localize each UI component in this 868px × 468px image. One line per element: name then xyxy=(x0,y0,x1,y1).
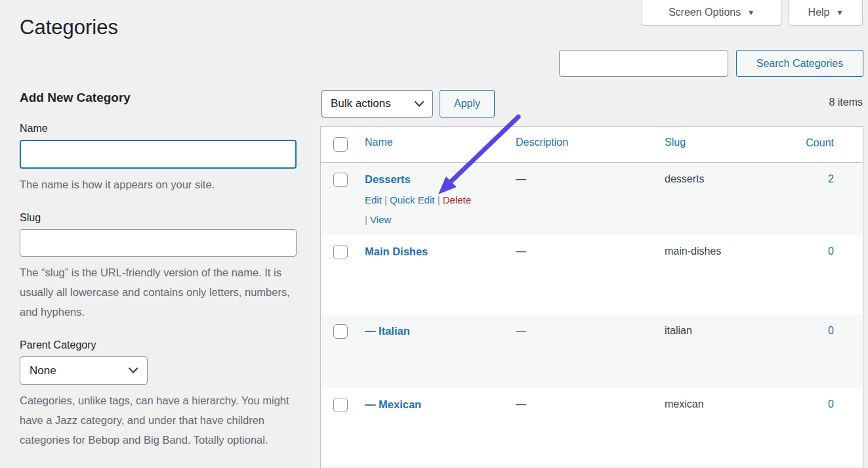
bulk-actions-selected-value: Bulk actions xyxy=(331,97,391,110)
row-actions: Edit | Quick Edit | Delete | View xyxy=(365,190,476,230)
category-slug: italian xyxy=(665,325,692,336)
chevron-down-icon: ▼ xyxy=(837,9,844,16)
column-header-count[interactable]: Count xyxy=(806,137,834,148)
row-checkbox[interactable] xyxy=(333,324,348,339)
row-checkbox[interactable] xyxy=(333,398,348,412)
category-slug-input[interactable] xyxy=(20,229,297,257)
category-description: — xyxy=(516,325,526,336)
chevron-down-icon xyxy=(415,101,424,107)
help-button[interactable]: Help ▼ xyxy=(789,0,863,26)
table-row: Desserts Edit | Quick Edit | Delete | Vi… xyxy=(321,163,863,235)
parent-category-selected-value: None xyxy=(30,364,56,377)
category-name-link[interactable]: Main Dishes xyxy=(365,245,428,257)
column-header-slug[interactable]: Slug xyxy=(665,137,686,148)
screen-options-button[interactable]: Screen Options ▼ xyxy=(642,0,781,26)
category-count-link[interactable]: 2 xyxy=(828,173,834,184)
category-slug: desserts xyxy=(665,173,704,184)
search-input[interactable] xyxy=(559,50,728,77)
table-row: Main Dishes — main-dishes 0 xyxy=(321,235,863,314)
select-all-checkbox[interactable] xyxy=(333,137,348,152)
category-name-link[interactable]: — Italian xyxy=(365,325,410,337)
row-checkbox[interactable] xyxy=(333,245,348,259)
categories-table: Name Description Slug Count Desserts Edi… xyxy=(320,126,863,468)
category-count-link[interactable]: 0 xyxy=(828,325,834,336)
category-count-link[interactable]: 0 xyxy=(828,398,834,410)
column-header-description[interactable]: Description xyxy=(516,137,568,148)
help-label: Help xyxy=(808,7,830,18)
parent-category-select[interactable]: None xyxy=(20,356,148,385)
table-header-row: Name Description Slug Count xyxy=(321,127,863,163)
quick-edit-link[interactable]: Quick Edit xyxy=(390,194,434,205)
row-checkbox[interactable] xyxy=(333,173,348,187)
category-slug: mexican xyxy=(665,398,704,410)
category-name-link[interactable]: Desserts xyxy=(365,173,411,185)
category-count-link[interactable]: 0 xyxy=(828,245,834,257)
edit-link[interactable]: Edit xyxy=(365,194,382,205)
action-separator: | xyxy=(384,194,387,205)
delete-link[interactable]: Delete xyxy=(443,194,471,205)
form-heading: Add New Category xyxy=(20,91,297,105)
chevron-down-icon: ▼ xyxy=(747,9,754,16)
screen-options-label: Screen Options xyxy=(669,7,741,18)
name-help-text: The name is how it appears on your site. xyxy=(20,175,297,194)
column-header-name[interactable]: Name xyxy=(365,137,393,148)
search-categories-button[interactable]: Search Categories xyxy=(736,50,863,77)
table-row: — Mexican — mexican 0 xyxy=(321,388,863,466)
chevron-down-icon xyxy=(129,368,138,373)
category-name-input[interactable] xyxy=(20,140,297,169)
category-name-link[interactable]: — Mexican xyxy=(365,398,421,410)
slug-help-text: The “slug” is the URL-friendly version o… xyxy=(20,263,297,322)
apply-button[interactable]: Apply xyxy=(440,90,495,117)
action-separator: | xyxy=(438,194,440,205)
parent-category-help-text: Categories, unlike tags, can have a hier… xyxy=(20,391,297,450)
category-description: — xyxy=(516,398,526,410)
name-label: Name xyxy=(20,123,297,135)
action-separator: | xyxy=(365,214,367,225)
page-title: Categories xyxy=(20,16,118,39)
slug-label: Slug xyxy=(20,212,297,224)
bulk-actions-select[interactable]: Bulk actions xyxy=(321,90,433,117)
view-link[interactable]: View xyxy=(370,214,391,225)
parent-category-label: Parent Category xyxy=(20,339,297,351)
add-category-form: Add New Category Name The name is how it… xyxy=(20,91,297,450)
category-description: — xyxy=(516,173,526,184)
category-slug: main-dishes xyxy=(665,245,721,257)
table-row: — Italian — italian 0 xyxy=(321,314,863,388)
category-description: — xyxy=(516,245,526,257)
items-count: 8 items xyxy=(829,96,863,108)
